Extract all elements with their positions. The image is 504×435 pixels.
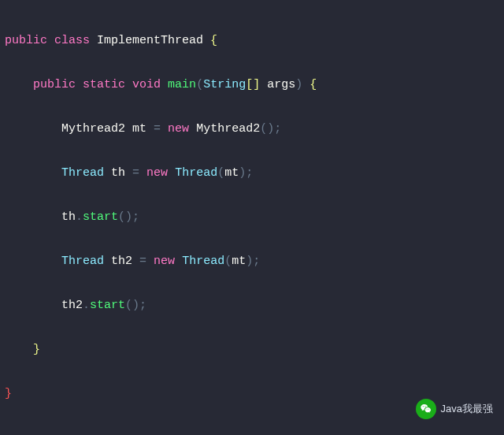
paren: ( [217,166,224,180]
semicolon: ; [274,122,281,136]
paren: ( [224,255,232,268]
code-line: Mythread2 mt = new Mythread2(); [5,118,499,140]
semicolon: ; [253,255,260,268]
paren: ( [118,210,125,224]
type: String [203,78,246,91]
brace: } [5,387,12,400]
keyword: new [154,255,175,268]
code-line: Thread th = new Thread(mt); [5,162,499,184]
code-line: public class ImplementThread { [5,30,499,52]
ctor: Mythread2 [196,122,260,136]
op: = [132,166,139,180]
code-line: } [5,339,499,361]
keyword: void [132,78,161,91]
identifier: mt [232,255,246,268]
brace: { [210,34,217,47]
dot: . [76,210,83,224]
paren: ) [125,210,132,224]
watermark-text: Java我最强 [441,402,493,416]
semicolon: ; [246,166,253,180]
dot: . [83,299,90,312]
identifier: args [267,78,295,91]
identifier: th2 [61,299,83,312]
paren: ( [125,299,132,312]
brace: { [309,78,317,91]
keyword: new [168,122,189,136]
ctor: Thread [175,166,217,180]
type: Thread [61,255,104,268]
keyword: public [5,34,47,47]
bracket: [ [246,78,253,91]
paren: ( [260,122,267,136]
identifier: th [61,210,76,224]
keyword: class [54,34,90,47]
method-name: main [168,78,196,91]
brace: } [33,343,40,356]
code-editor[interactable]: public class ImplementThread { public st… [0,0,504,435]
keyword: static [83,78,125,91]
paren: ( [196,78,203,91]
op: = [139,255,146,268]
paren: ) [267,122,274,136]
code-line: public static void main(String[] args) { [5,74,499,96]
paren: ) [295,78,302,91]
identifier: mt [224,166,239,180]
keyword: public [33,78,76,91]
paren: ) [246,255,253,268]
keyword: new [146,166,168,180]
paren: ) [239,166,246,180]
identifier: mt [132,122,146,136]
paren: ) [132,299,139,312]
identifier: th2 [111,255,132,268]
semicolon: ; [132,210,139,224]
code-line: th.start(); [5,206,499,229]
class-name: ImplementThread [97,34,203,47]
blank-line [5,427,499,435]
wechat-icon [416,399,436,419]
semicolon: ; [139,299,146,312]
ctor: Thread [182,255,224,268]
code-line: Thread th2 = new Thread(mt); [5,251,499,273]
identifier: th [111,166,125,180]
watermark: Java我最强 [416,399,493,419]
type: Thread [61,166,104,180]
method-name: start [83,210,118,224]
type: Mythread2 [61,122,125,136]
method-name: start [90,299,125,312]
op: = [154,122,161,136]
code-line: th2.start(); [5,295,499,317]
bracket: ] [253,78,260,91]
